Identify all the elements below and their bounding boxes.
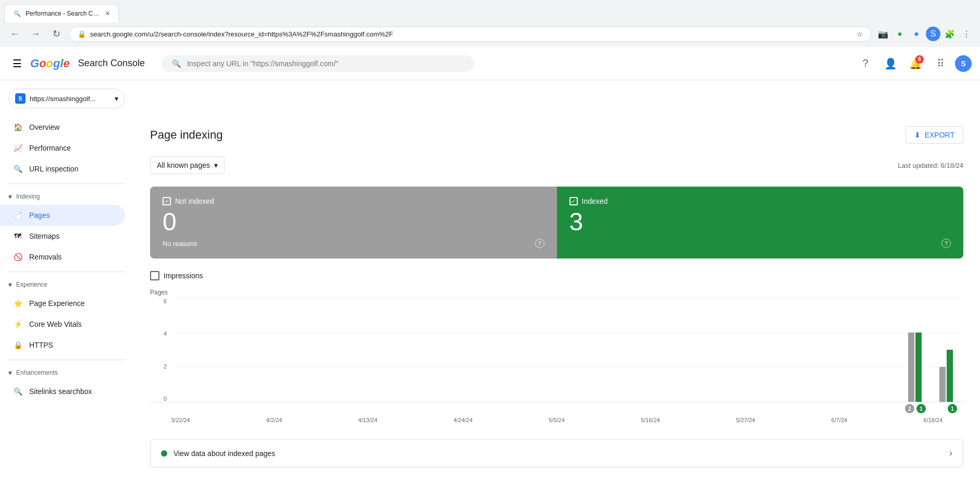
screenshot-icon[interactable]: 📷: [876, 27, 890, 41]
lock-icon: 🔒: [78, 30, 86, 38]
search-icon: 🔍: [172, 59, 181, 60]
app-header: ☰ Google Search Console 🔍 ? 👤 🔔 6 ⠿ S: [0, 47, 980, 60]
more-options-icon[interactable]: ⋮: [959, 27, 974, 41]
tab-favicon: 🔍: [13, 9, 21, 18]
header-actions: ? 👤 🔔 6 ⠿ S: [855, 53, 972, 60]
hamburger-menu-button[interactable]: ☰: [8, 53, 26, 60]
account-circle-icon[interactable]: S: [926, 27, 940, 41]
app-title: Search Console: [78, 58, 145, 60]
apps-grid-button[interactable]: ⠿: [930, 53, 951, 60]
avatar[interactable]: S: [955, 55, 972, 60]
google-logo: Google: [30, 57, 70, 60]
tab-close-icon[interactable]: ×: [105, 9, 110, 18]
forward-button[interactable]: →: [27, 26, 44, 42]
help-button[interactable]: ?: [855, 53, 876, 60]
extension-icon-blue[interactable]: ●: [909, 27, 924, 41]
notification-badge: 6: [915, 55, 924, 60]
address-bar[interactable]: 🔒 search.google.com/u/2/search-console/i…: [69, 27, 872, 42]
extension-icon-green[interactable]: ●: [892, 27, 907, 41]
search-bar[interactable]: 🔍: [162, 55, 474, 60]
manage-users-button[interactable]: 👤: [880, 53, 901, 60]
address-text: search.google.com/u/2/search-console/ind…: [90, 30, 852, 38]
search-input[interactable]: [187, 59, 464, 60]
extension-puzzle-icon[interactable]: 🧩: [942, 27, 957, 41]
active-tab[interactable]: 🔍 Performance - Search Console ×: [4, 4, 119, 22]
back-button[interactable]: ←: [6, 26, 23, 42]
notifications-button[interactable]: 🔔 6: [905, 53, 926, 60]
reload-button[interactable]: ↻: [48, 26, 65, 42]
star-icon[interactable]: ☆: [857, 30, 863, 38]
tab-title: Performance - Search Console: [26, 10, 101, 17]
